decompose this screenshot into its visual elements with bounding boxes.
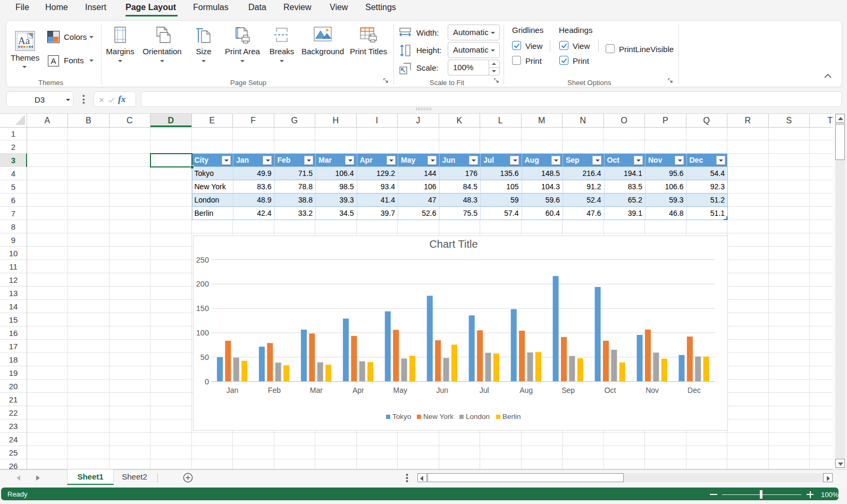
svg-text:B: B <box>86 116 91 125</box>
svg-text:C: C <box>127 116 133 125</box>
svg-text:F: F <box>250 116 256 125</box>
svg-text:24: 24 <box>9 435 18 444</box>
svg-text:21: 21 <box>9 395 18 404</box>
svg-text:22: 22 <box>9 408 18 417</box>
svg-text:E: E <box>209 116 215 125</box>
svg-text:D: D <box>167 116 174 125</box>
svg-text:3: 3 <box>11 156 15 165</box>
svg-text:M: M <box>538 116 545 125</box>
svg-text:Chart Title: Chart Title <box>429 238 477 250</box>
svg-text:L: L <box>498 116 503 125</box>
svg-text:6: 6 <box>11 196 15 205</box>
svg-text:150: 150 <box>196 304 209 313</box>
svg-text:Berlin: Berlin <box>502 413 521 421</box>
svg-text:19: 19 <box>9 368 18 377</box>
svg-text:8: 8 <box>11 222 15 231</box>
svg-text:T: T <box>827 116 833 125</box>
svg-text:Jul: Jul <box>480 386 489 394</box>
svg-text:10: 10 <box>9 249 18 258</box>
svg-text:1: 1 <box>11 129 15 138</box>
svg-text:Feb: Feb <box>268 386 281 394</box>
svg-text:May: May <box>393 386 407 394</box>
svg-text:A: A <box>44 116 50 125</box>
svg-text:50: 50 <box>200 353 209 362</box>
svg-text:26: 26 <box>9 461 18 470</box>
svg-text:17: 17 <box>9 342 18 351</box>
svg-text:20: 20 <box>9 382 18 391</box>
svg-text:N: N <box>580 116 586 125</box>
svg-text:23: 23 <box>9 422 18 431</box>
svg-text:14: 14 <box>9 302 18 311</box>
svg-text:G: G <box>291 116 298 125</box>
svg-text:Jun: Jun <box>437 386 449 394</box>
svg-text:15: 15 <box>9 315 18 324</box>
svg-text:11: 11 <box>9 262 18 271</box>
svg-text:O: O <box>621 116 627 125</box>
svg-text:Oct: Oct <box>605 386 616 394</box>
svg-text:4: 4 <box>11 169 15 178</box>
svg-text:Dec: Dec <box>687 386 701 394</box>
svg-text:18: 18 <box>9 355 18 364</box>
svg-text:Mar: Mar <box>310 386 323 394</box>
svg-text:London: London <box>466 413 490 421</box>
svg-text:200: 200 <box>196 280 209 288</box>
svg-text:H: H <box>332 116 339 125</box>
svg-text:Nov: Nov <box>645 386 659 394</box>
svg-text:0: 0 <box>205 377 209 386</box>
svg-text:100: 100 <box>196 329 209 337</box>
svg-text:Apr: Apr <box>353 386 364 394</box>
svg-text:25: 25 <box>9 448 18 457</box>
svg-text:Sep: Sep <box>561 386 575 394</box>
svg-text:K: K <box>456 116 462 125</box>
svg-text:Tokyo: Tokyo <box>392 413 411 421</box>
svg-text:R: R <box>744 116 751 125</box>
svg-text:Q: Q <box>703 116 710 125</box>
svg-text:New York: New York <box>423 413 454 421</box>
svg-text:5: 5 <box>11 182 15 191</box>
svg-text:9: 9 <box>11 236 15 245</box>
svg-text:250: 250 <box>196 256 209 264</box>
svg-text:2: 2 <box>11 142 15 152</box>
svg-text:P: P <box>662 116 668 125</box>
svg-text:I: I <box>376 116 378 125</box>
svg-text:Aug: Aug <box>519 386 533 394</box>
svg-text:S: S <box>786 116 792 125</box>
svg-text:Jan: Jan <box>227 386 239 394</box>
svg-text:Aa: Aa <box>18 35 30 46</box>
svg-text:7: 7 <box>11 209 15 218</box>
svg-text:J: J <box>416 116 420 125</box>
svg-text:13: 13 <box>9 289 18 298</box>
svg-text:12: 12 <box>9 275 18 284</box>
svg-text:16: 16 <box>9 329 18 338</box>
